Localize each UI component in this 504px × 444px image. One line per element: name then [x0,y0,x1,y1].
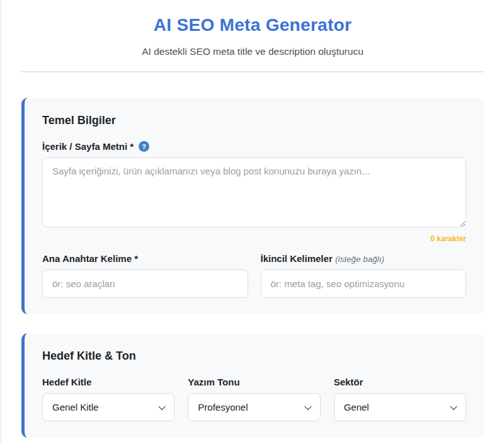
secondary-keywords-field: İkincil Kelimeler (isteğe bağlı) [261,253,467,298]
basic-info-heading: Temel Bilgiler [42,114,466,127]
tone-field: Yazım Tonu Profesyonel [188,377,320,421]
tone-select[interactable]: Profesyonel [188,393,320,421]
audience-tone-heading: Hedef Kitle & Ton [42,350,466,363]
audience-tone-card: Hedef Kitle & Ton Hedef Kitle Genel Kitl… [21,333,484,438]
page-subtitle: AI destekli SEO meta title ve descriptio… [1,46,504,57]
target-audience-select-wrap: Genel Kitle [42,393,175,421]
content-label-row: İçerik / Sayfa Metni * ? [42,141,466,152]
tone-select-wrap: Profesyonel [188,393,320,421]
sector-select[interactable]: Genel [334,393,466,421]
sector-field: Sektör Genel [334,377,466,421]
page-header: AI SEO Meta Generator AI destekli SEO me… [1,0,504,57]
header-divider [21,71,484,72]
basic-info-card: Temel Bilgiler İçerik / Sayfa Metni * ? … [21,98,484,314]
form-container: Temel Bilgiler İçerik / Sayfa Metni * ? … [1,98,504,438]
audience-fields-row: Hedef Kitle Genel Kitle Yazım Tonu Profe… [42,377,466,421]
content-label: İçerik / Sayfa Metni * [42,141,134,152]
char-counter: 0 karakter [42,234,466,243]
secondary-keywords-input[interactable] [261,270,467,298]
primary-keyword-label: Ana Anahtar Kelime * [42,253,248,264]
secondary-keywords-label: İkincil Kelimeler (isteğe bağlı) [261,253,467,264]
sector-label: Sektör [334,377,466,387]
primary-keyword-input[interactable] [42,270,248,298]
sector-select-wrap: Genel [334,393,466,421]
content-textarea[interactable] [42,157,466,227]
tone-label: Yazım Tonu [188,377,320,387]
target-audience-select[interactable]: Genel Kitle [42,393,175,421]
target-audience-field: Hedef Kitle Genel Kitle [42,377,175,421]
help-icon[interactable]: ? [139,141,149,152]
primary-keyword-field: Ana Anahtar Kelime * [42,253,248,298]
secondary-keywords-label-text: İkincil Kelimeler [261,253,333,264]
target-audience-label: Hedef Kitle [42,377,175,387]
page-title: AI SEO Meta Generator [1,15,504,35]
secondary-keywords-note: (isteğe bağlı) [335,254,384,264]
keyword-fields-row: Ana Anahtar Kelime * İkincil Kelimeler (… [42,253,466,298]
